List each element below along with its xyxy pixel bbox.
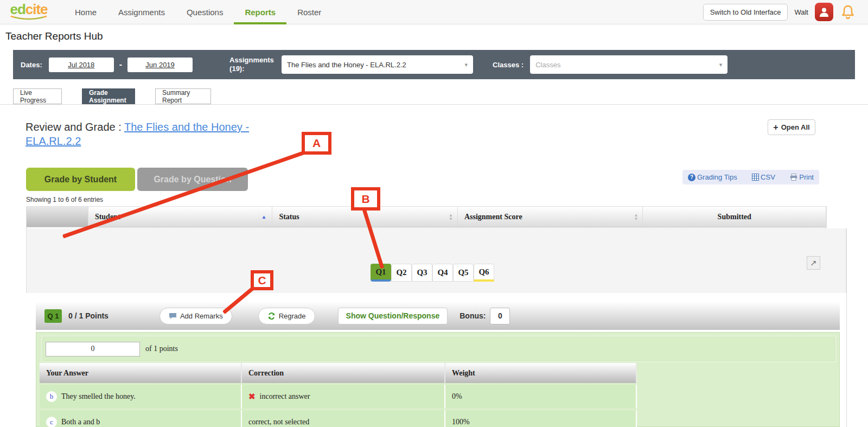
sort-icon: ▲▼ xyxy=(449,213,453,221)
assignments-label: Assignments (19): xyxy=(229,56,279,73)
header-weight: Weight xyxy=(445,363,637,383)
tab-summary-report[interactable]: Summary Report xyxy=(155,88,211,104)
print-link[interactable]: Print xyxy=(790,173,814,181)
date-to-field[interactable]: Jun 2019 xyxy=(127,58,193,72)
regrade-button[interactable]: Regrade xyxy=(258,308,315,324)
answer-row: c Both a and b correct, not selected 100… xyxy=(40,410,637,427)
correction-cell: correct, not selected xyxy=(242,410,445,427)
option-badge: b xyxy=(46,391,57,402)
answer-text: Both a and b xyxy=(61,418,100,426)
logo-wordmark: edcite xyxy=(7,2,51,16)
show-question-response-button[interactable]: Show Question/Response xyxy=(338,308,448,324)
open-all-button[interactable]: + Open All xyxy=(768,119,815,135)
speech-bubble-icon xyxy=(169,313,177,320)
tab-grade-assignment[interactable]: Grade Assignment xyxy=(82,88,135,104)
header-assignment-score[interactable]: Assignment Score▲▼ xyxy=(458,207,643,227)
classes-select[interactable]: Classes ▾ xyxy=(530,55,727,74)
header-status-label: Status xyxy=(279,213,299,221)
print-label: Print xyxy=(799,173,814,181)
assignment-select[interactable]: The Flies and the Honey - ELA.RL.2.2 ▾ xyxy=(282,55,473,74)
nav-item-questions[interactable]: Questions xyxy=(176,0,234,24)
annotation-box-a: A xyxy=(302,132,331,155)
notifications-bell-icon[interactable] xyxy=(840,3,856,21)
grading-tools: ? Grading Tips CSV Print xyxy=(682,170,819,184)
grading-tips-label: Grading Tips xyxy=(697,173,737,181)
question-tab-q3[interactable]: Q3 xyxy=(412,264,432,282)
table-header-row: Student▲ Status▲▼ Assignment Score▲▼ Sub… xyxy=(27,207,826,227)
answer-text: They smelled the honey. xyxy=(61,392,136,401)
annotation-box-b: B xyxy=(351,187,380,211)
dates-label: Dates: xyxy=(21,61,42,69)
header-submitted[interactable]: Submitted xyxy=(643,207,826,227)
user-name: Walt xyxy=(794,8,808,16)
add-remarks-label: Add Remarks xyxy=(180,312,223,320)
top-nav: edcite Home Assignments Questions Report… xyxy=(0,0,868,24)
correction-text: incorrect answer xyxy=(260,392,310,401)
annotation-box-c: C xyxy=(251,270,273,290)
nav-item-home[interactable]: Home xyxy=(64,0,107,24)
correction-text: correct, not selected xyxy=(248,418,309,426)
tab-live-progress[interactable]: Live Progress xyxy=(13,88,62,104)
main-nav: Home Assignments Questions Reports Roste… xyxy=(64,0,332,24)
question-tab-q5[interactable]: Q5 xyxy=(453,264,474,282)
showing-entries-text: Showing 1 to 6 of 6 entries xyxy=(26,196,103,203)
answer-cell: b They smelled the honey. xyxy=(40,385,242,409)
answer-cell: c Both a and b xyxy=(40,410,242,427)
chevron-down-icon: ▾ xyxy=(465,61,468,68)
weight-cell: 0% xyxy=(445,385,637,409)
student-detail-panel xyxy=(26,228,846,293)
switch-old-interface-button[interactable]: Switch to Old Interface xyxy=(703,4,788,21)
diagonal-arrow-icon: ↗ xyxy=(810,258,817,268)
header-submitted-label: Submitted xyxy=(718,213,751,221)
expand-panel-button[interactable]: ↗ xyxy=(807,256,820,270)
date-separator: - xyxy=(119,60,122,69)
review-prefix: Review and Grade : xyxy=(25,121,124,133)
question-tab-q6[interactable]: Q6 xyxy=(474,264,494,282)
nav-item-roster[interactable]: Roster xyxy=(286,0,332,24)
x-mark-icon: ✖ xyxy=(248,392,256,401)
open-all-label: Open All xyxy=(781,123,810,131)
sort-icon: ▲▼ xyxy=(634,213,639,221)
edcite-logo[interactable]: edcite xyxy=(7,2,51,22)
review-and-grade-heading: Review and Grade : The Flies and the Hon… xyxy=(25,120,264,148)
report-tab-bar: Live Progress Grade Assignment Summary R… xyxy=(0,88,868,105)
bonus-input[interactable] xyxy=(490,308,510,324)
grade-by-student-tab[interactable]: Grade by Student xyxy=(26,168,135,191)
header-correction: Correction xyxy=(242,363,445,383)
print-icon xyxy=(790,174,797,181)
grading-tips-link[interactable]: ? Grading Tips xyxy=(688,173,737,181)
csv-link[interactable]: CSV xyxy=(752,173,775,181)
points-summary: 0 / 1 Points xyxy=(68,311,108,320)
question-tab-q4[interactable]: Q4 xyxy=(432,264,453,282)
question-tab-q2[interactable]: Q2 xyxy=(391,264,412,282)
chevron-down-icon: ▾ xyxy=(719,61,723,68)
sort-asc-icon: ▲ xyxy=(261,214,267,220)
points-input[interactable] xyxy=(46,342,140,356)
answer-header-row: Your Answer Correction Weight xyxy=(40,363,637,383)
classes-placeholder: Classes xyxy=(535,61,560,69)
date-from-field[interactable]: Jul 2018 xyxy=(49,58,114,72)
points-box: of 1 points xyxy=(42,336,836,362)
answer-panel: of 1 points Your Answer Correction Weigh… xyxy=(36,332,840,427)
header-expand-column xyxy=(27,207,88,227)
csv-label: CSV xyxy=(761,173,775,181)
assignment-selected-value: The Flies and the Honey - ELA.RL.2.2 xyxy=(287,61,406,69)
question-badge: Q 1 xyxy=(44,309,62,323)
panel-right-border xyxy=(846,228,847,427)
add-remarks-button[interactable]: Add Remarks xyxy=(159,308,232,324)
page-title: Teacher Reports Hub xyxy=(5,30,103,42)
help-icon: ? xyxy=(688,174,695,181)
nav-item-assignments[interactable]: Assignments xyxy=(107,0,176,24)
logo-orange-part: cite xyxy=(25,1,48,17)
correction-cell: ✖ incorrect answer xyxy=(242,385,445,409)
person-icon xyxy=(818,6,830,18)
nav-item-reports[interactable]: Reports xyxy=(234,0,286,24)
weight-cell: 100% xyxy=(445,410,637,427)
user-avatar[interactable] xyxy=(815,3,833,21)
filter-bar: Dates: Jul 2018 - Jun 2019 Assignments (… xyxy=(13,50,855,79)
nav-right-controls: Switch to Old Interface Walt xyxy=(703,3,868,21)
csv-table-icon xyxy=(752,174,759,181)
header-score-label: Assignment Score xyxy=(464,213,522,221)
question-tabs: Q1 Q2 Q3 Q4 Q5 Q6 xyxy=(371,264,494,282)
logo-green-part: ed xyxy=(10,1,25,17)
